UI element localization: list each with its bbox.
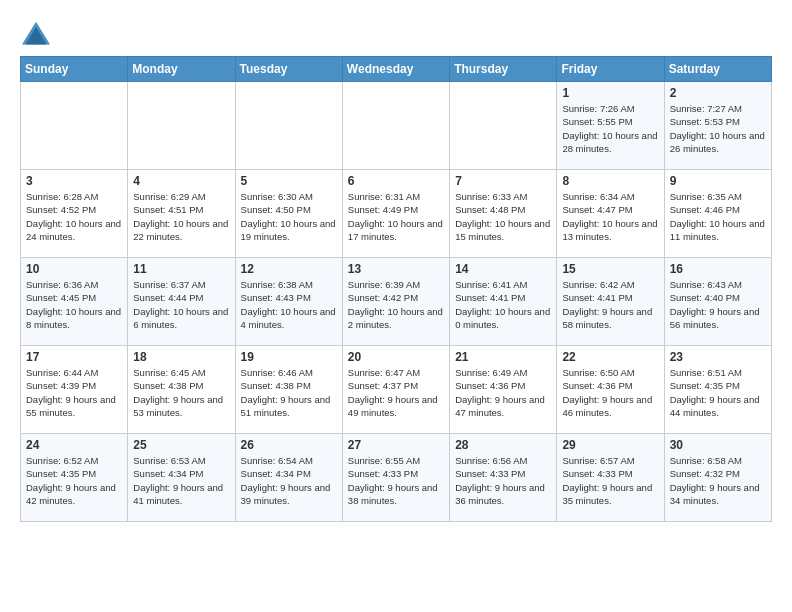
page-container: SundayMondayTuesdayWednesdayThursdayFrid… [0, 0, 792, 532]
day-info: Sunrise: 6:35 AM Sunset: 4:46 PM Dayligh… [670, 190, 766, 243]
day-info: Sunrise: 6:55 AM Sunset: 4:33 PM Dayligh… [348, 454, 444, 507]
weekday-header: Thursday [450, 57, 557, 82]
day-number: 16 [670, 262, 766, 276]
weekday-header: Tuesday [235, 57, 342, 82]
calendar-cell: 23Sunrise: 6:51 AM Sunset: 4:35 PM Dayli… [664, 346, 771, 434]
calendar-cell: 28Sunrise: 6:56 AM Sunset: 4:33 PM Dayli… [450, 434, 557, 522]
day-info: Sunrise: 6:44 AM Sunset: 4:39 PM Dayligh… [26, 366, 122, 419]
calendar-cell: 10Sunrise: 6:36 AM Sunset: 4:45 PM Dayli… [21, 258, 128, 346]
day-info: Sunrise: 6:57 AM Sunset: 4:33 PM Dayligh… [562, 454, 658, 507]
calendar-cell: 25Sunrise: 6:53 AM Sunset: 4:34 PM Dayli… [128, 434, 235, 522]
day-number: 18 [133, 350, 229, 364]
weekday-header: Wednesday [342, 57, 449, 82]
day-info: Sunrise: 6:41 AM Sunset: 4:41 PM Dayligh… [455, 278, 551, 331]
day-info: Sunrise: 6:43 AM Sunset: 4:40 PM Dayligh… [670, 278, 766, 331]
calendar-cell: 4Sunrise: 6:29 AM Sunset: 4:51 PM Daylig… [128, 170, 235, 258]
calendar-cell: 5Sunrise: 6:30 AM Sunset: 4:50 PM Daylig… [235, 170, 342, 258]
calendar-cell: 22Sunrise: 6:50 AM Sunset: 4:36 PM Dayli… [557, 346, 664, 434]
day-number: 13 [348, 262, 444, 276]
calendar-cell: 11Sunrise: 6:37 AM Sunset: 4:44 PM Dayli… [128, 258, 235, 346]
day-number: 21 [455, 350, 551, 364]
day-info: Sunrise: 6:49 AM Sunset: 4:36 PM Dayligh… [455, 366, 551, 419]
calendar-cell: 21Sunrise: 6:49 AM Sunset: 4:36 PM Dayli… [450, 346, 557, 434]
day-number: 28 [455, 438, 551, 452]
day-info: Sunrise: 6:58 AM Sunset: 4:32 PM Dayligh… [670, 454, 766, 507]
day-info: Sunrise: 6:45 AM Sunset: 4:38 PM Dayligh… [133, 366, 229, 419]
calendar-cell: 27Sunrise: 6:55 AM Sunset: 4:33 PM Dayli… [342, 434, 449, 522]
day-number: 12 [241, 262, 337, 276]
day-info: Sunrise: 7:26 AM Sunset: 5:55 PM Dayligh… [562, 102, 658, 155]
day-info: Sunrise: 6:29 AM Sunset: 4:51 PM Dayligh… [133, 190, 229, 243]
day-info: Sunrise: 6:33 AM Sunset: 4:48 PM Dayligh… [455, 190, 551, 243]
day-info: Sunrise: 6:38 AM Sunset: 4:43 PM Dayligh… [241, 278, 337, 331]
day-info: Sunrise: 6:34 AM Sunset: 4:47 PM Dayligh… [562, 190, 658, 243]
day-number: 10 [26, 262, 122, 276]
calendar-table: SundayMondayTuesdayWednesdayThursdayFrid… [20, 56, 772, 522]
day-info: Sunrise: 6:37 AM Sunset: 4:44 PM Dayligh… [133, 278, 229, 331]
day-number: 8 [562, 174, 658, 188]
calendar-week-row: 3Sunrise: 6:28 AM Sunset: 4:52 PM Daylig… [21, 170, 772, 258]
calendar-cell: 26Sunrise: 6:54 AM Sunset: 4:34 PM Dayli… [235, 434, 342, 522]
header [20, 20, 772, 48]
calendar-cell: 7Sunrise: 6:33 AM Sunset: 4:48 PM Daylig… [450, 170, 557, 258]
day-number: 5 [241, 174, 337, 188]
calendar-cell: 24Sunrise: 6:52 AM Sunset: 4:35 PM Dayli… [21, 434, 128, 522]
day-number: 25 [133, 438, 229, 452]
calendar-week-row: 1Sunrise: 7:26 AM Sunset: 5:55 PM Daylig… [21, 82, 772, 170]
calendar-cell: 30Sunrise: 6:58 AM Sunset: 4:32 PM Dayli… [664, 434, 771, 522]
weekday-header: Saturday [664, 57, 771, 82]
calendar-cell: 2Sunrise: 7:27 AM Sunset: 5:53 PM Daylig… [664, 82, 771, 170]
calendar-cell: 6Sunrise: 6:31 AM Sunset: 4:49 PM Daylig… [342, 170, 449, 258]
day-number: 4 [133, 174, 229, 188]
day-number: 17 [26, 350, 122, 364]
day-info: Sunrise: 6:46 AM Sunset: 4:38 PM Dayligh… [241, 366, 337, 419]
day-info: Sunrise: 6:39 AM Sunset: 4:42 PM Dayligh… [348, 278, 444, 331]
day-number: 14 [455, 262, 551, 276]
calendar-cell: 17Sunrise: 6:44 AM Sunset: 4:39 PM Dayli… [21, 346, 128, 434]
day-info: Sunrise: 6:42 AM Sunset: 4:41 PM Dayligh… [562, 278, 658, 331]
day-number: 30 [670, 438, 766, 452]
day-info: Sunrise: 6:31 AM Sunset: 4:49 PM Dayligh… [348, 190, 444, 243]
weekday-header-row: SundayMondayTuesdayWednesdayThursdayFrid… [21, 57, 772, 82]
calendar-cell [450, 82, 557, 170]
calendar-cell [235, 82, 342, 170]
day-info: Sunrise: 6:36 AM Sunset: 4:45 PM Dayligh… [26, 278, 122, 331]
day-number: 24 [26, 438, 122, 452]
logo-icon [20, 20, 52, 48]
day-info: Sunrise: 6:50 AM Sunset: 4:36 PM Dayligh… [562, 366, 658, 419]
day-number: 19 [241, 350, 337, 364]
day-number: 20 [348, 350, 444, 364]
weekday-header: Sunday [21, 57, 128, 82]
calendar-week-row: 10Sunrise: 6:36 AM Sunset: 4:45 PM Dayli… [21, 258, 772, 346]
day-info: Sunrise: 6:28 AM Sunset: 4:52 PM Dayligh… [26, 190, 122, 243]
day-number: 29 [562, 438, 658, 452]
day-info: Sunrise: 6:51 AM Sunset: 4:35 PM Dayligh… [670, 366, 766, 419]
calendar-week-row: 17Sunrise: 6:44 AM Sunset: 4:39 PM Dayli… [21, 346, 772, 434]
calendar-cell: 19Sunrise: 6:46 AM Sunset: 4:38 PM Dayli… [235, 346, 342, 434]
day-number: 2 [670, 86, 766, 100]
weekday-header: Friday [557, 57, 664, 82]
day-number: 11 [133, 262, 229, 276]
calendar-cell: 3Sunrise: 6:28 AM Sunset: 4:52 PM Daylig… [21, 170, 128, 258]
calendar-cell: 16Sunrise: 6:43 AM Sunset: 4:40 PM Dayli… [664, 258, 771, 346]
day-number: 3 [26, 174, 122, 188]
day-info: Sunrise: 6:47 AM Sunset: 4:37 PM Dayligh… [348, 366, 444, 419]
calendar-cell: 20Sunrise: 6:47 AM Sunset: 4:37 PM Dayli… [342, 346, 449, 434]
day-number: 15 [562, 262, 658, 276]
calendar-cell: 15Sunrise: 6:42 AM Sunset: 4:41 PM Dayli… [557, 258, 664, 346]
calendar-cell: 12Sunrise: 6:38 AM Sunset: 4:43 PM Dayli… [235, 258, 342, 346]
day-info: Sunrise: 6:53 AM Sunset: 4:34 PM Dayligh… [133, 454, 229, 507]
calendar-cell: 8Sunrise: 6:34 AM Sunset: 4:47 PM Daylig… [557, 170, 664, 258]
day-number: 6 [348, 174, 444, 188]
day-info: Sunrise: 6:54 AM Sunset: 4:34 PM Dayligh… [241, 454, 337, 507]
day-info: Sunrise: 6:52 AM Sunset: 4:35 PM Dayligh… [26, 454, 122, 507]
calendar-cell: 1Sunrise: 7:26 AM Sunset: 5:55 PM Daylig… [557, 82, 664, 170]
day-number: 23 [670, 350, 766, 364]
day-info: Sunrise: 6:56 AM Sunset: 4:33 PM Dayligh… [455, 454, 551, 507]
calendar-cell [342, 82, 449, 170]
day-number: 1 [562, 86, 658, 100]
day-info: Sunrise: 6:30 AM Sunset: 4:50 PM Dayligh… [241, 190, 337, 243]
weekday-header: Monday [128, 57, 235, 82]
calendar-cell: 29Sunrise: 6:57 AM Sunset: 4:33 PM Dayli… [557, 434, 664, 522]
calendar-cell [128, 82, 235, 170]
